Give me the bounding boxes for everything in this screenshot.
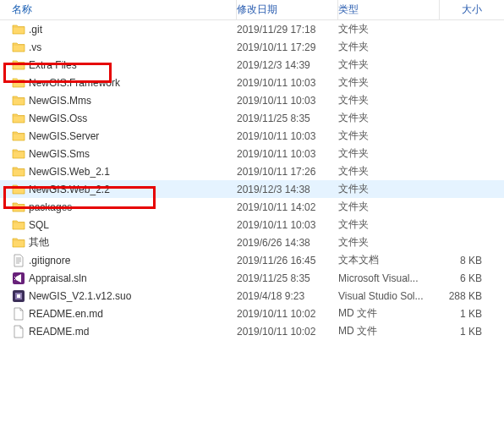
file-row[interactable]: .git2019/11/29 17:18文件夹 xyxy=(0,20,504,38)
file-icon xyxy=(12,307,25,321)
file-date-cell: 2019/6/26 14:38 xyxy=(237,237,338,249)
file-name-cell[interactable]: SQL xyxy=(12,218,237,232)
column-header-name[interactable]: 名称 xyxy=(12,0,237,19)
file-row[interactable]: NewGIS.Framework2019/10/11 10:03文件夹 xyxy=(0,74,504,91)
file-date-cell: 2019/11/29 17:18 xyxy=(237,24,338,36)
file-type-cell: 文件夹 xyxy=(338,40,440,54)
folder-icon xyxy=(12,236,25,250)
file-type-cell: 文本文档 xyxy=(338,253,440,267)
file-date-cell: 2019/10/11 10:03 xyxy=(237,77,338,89)
file-date-cell: 2019/10/11 17:29 xyxy=(237,41,338,53)
column-header-size[interactable]: 大小 xyxy=(440,0,490,19)
file-row[interactable]: NewGIS.Server2019/10/11 10:03文件夹 xyxy=(0,127,504,145)
file-name-cell[interactable]: packages xyxy=(12,201,237,214)
file-name-cell[interactable]: NewGIS.Web_2.2 xyxy=(12,183,237,196)
file-row[interactable]: NewGIS.Mms2019/10/11 10:03文件夹 xyxy=(0,91,504,109)
folder-icon xyxy=(12,58,25,72)
file-name-label: NewGIS.Sms xyxy=(29,148,90,160)
file-date-cell: 2019/12/3 14:39 xyxy=(237,59,338,71)
file-size-cell: 8 KB xyxy=(440,255,490,266)
file-name-cell[interactable]: README.en.md xyxy=(12,307,237,321)
suo-icon xyxy=(12,289,25,303)
file-row[interactable]: NewGIS.Web_2.22019/12/3 14:38文件夹 xyxy=(0,180,504,198)
file-name-label: .vs xyxy=(29,41,41,53)
file-name-cell[interactable]: 其他 xyxy=(12,235,237,250)
file-name-label: README.md xyxy=(29,326,89,338)
folder-icon xyxy=(12,41,25,54)
folder-icon xyxy=(12,218,25,232)
file-row[interactable]: NewGIS.Web_2.12019/10/11 17:26文件夹 xyxy=(0,162,504,180)
file-name-label: packages xyxy=(29,201,72,213)
file-row[interactable]: README.md2019/10/11 10:02MD 文件1 KB xyxy=(0,322,504,340)
file-row[interactable]: packages2019/10/11 14:02文件夹 xyxy=(0,198,504,216)
sln-icon xyxy=(12,272,25,285)
file-size-cell: 288 KB xyxy=(440,290,490,302)
file-row[interactable]: Extra Files2019/12/3 14:39文件夹 xyxy=(0,56,504,74)
file-name-cell[interactable]: .git xyxy=(12,23,237,36)
folder-icon xyxy=(12,112,25,125)
file-row[interactable]: NewGIS.Oss2019/11/25 8:35文件夹 xyxy=(0,109,504,127)
file-name-cell[interactable]: NewGIS.Framework xyxy=(12,76,237,90)
file-date-cell: 2019/10/11 10:02 xyxy=(237,326,338,338)
file-row[interactable]: .gitignore2019/11/26 16:45文本文档8 KB xyxy=(0,251,504,269)
file-type-cell: Visual Studio Sol... xyxy=(338,290,440,302)
folder-icon xyxy=(12,165,25,179)
file-name-label: NewGIS_V2.1.v12.suo xyxy=(29,290,131,302)
file-name-label: NewGIS.Framework xyxy=(29,77,120,89)
folder-icon xyxy=(12,76,25,90)
file-row[interactable]: NewGIS.Sms2019/10/11 10:03文件夹 xyxy=(0,145,504,162)
column-header-type[interactable]: 类型 xyxy=(338,0,440,19)
file-size-cell: 1 KB xyxy=(440,308,490,320)
file-date-cell: 2019/10/11 14:02 xyxy=(237,201,338,213)
file-type-cell: 文件夹 xyxy=(338,182,440,196)
file-date-cell: 2019/4/18 9:23 xyxy=(237,290,338,302)
file-type-cell: 文件夹 xyxy=(338,75,440,90)
file-name-label: NewGIS.Server xyxy=(29,130,99,142)
file-name-cell[interactable]: NewGIS.Web_2.1 xyxy=(12,165,237,179)
file-type-cell: MD 文件 xyxy=(338,324,440,338)
file-name-label: .gitignore xyxy=(29,255,70,266)
file-date-cell: 2019/11/26 16:45 xyxy=(237,255,338,266)
file-type-cell: MD 文件 xyxy=(338,306,440,321)
file-name-label: README.en.md xyxy=(29,308,103,320)
file-name-cell[interactable]: .vs xyxy=(12,41,237,54)
file-type-cell: 文件夹 xyxy=(338,146,440,161)
file-name-label: SQL xyxy=(29,219,49,231)
file-date-cell: 2019/11/25 8:35 xyxy=(237,113,338,124)
file-date-cell: 2019/10/11 17:26 xyxy=(237,166,338,178)
file-name-cell[interactable]: NewGIS.Server xyxy=(12,129,237,143)
file-size-cell: 1 KB xyxy=(440,326,490,338)
column-header-name-label: 名称 xyxy=(12,3,32,17)
file-name-cell[interactable]: NewGIS.Oss xyxy=(12,112,237,125)
file-name-label: NewGIS.Web_2.2 xyxy=(29,184,110,195)
file-row[interactable]: Appraisal.sln2019/11/25 8:35Microsoft Vi… xyxy=(0,269,504,287)
file-row[interactable]: SQL2019/10/11 10:03文件夹 xyxy=(0,216,504,233)
file-list: .git2019/11/29 17:18文件夹.vs2019/10/11 17:… xyxy=(0,20,504,340)
file-date-cell: 2019/10/11 10:03 xyxy=(237,130,338,142)
file-row[interactable]: .vs2019/10/11 17:29文件夹 xyxy=(0,38,504,56)
file-name-cell[interactable]: .gitignore xyxy=(12,254,237,267)
folder-icon xyxy=(12,129,25,143)
file-name-cell[interactable]: Extra Files xyxy=(12,58,237,72)
file-name-cell[interactable]: NewGIS.Mms xyxy=(12,94,237,107)
folder-icon xyxy=(12,201,25,214)
file-name-label: NewGIS.Web_2.1 xyxy=(29,166,110,178)
file-type-cell: 文件夹 xyxy=(338,93,440,107)
file-name-cell[interactable]: NewGIS.Sms xyxy=(12,147,237,161)
file-row[interactable]: README.en.md2019/10/11 10:02MD 文件1 KB xyxy=(0,305,504,322)
file-row[interactable]: NewGIS_V2.1.v12.suo2019/4/18 9:23Visual … xyxy=(0,287,504,305)
file-date-cell: 2019/10/11 10:03 xyxy=(237,219,338,231)
file-name-cell[interactable]: README.md xyxy=(12,325,237,338)
file-icon xyxy=(12,325,25,338)
file-name-cell[interactable]: Appraisal.sln xyxy=(12,272,237,285)
file-type-cell: 文件夹 xyxy=(338,22,440,36)
file-type-cell: Microsoft Visual... xyxy=(338,272,440,284)
folder-icon xyxy=(12,23,25,36)
file-row[interactable]: 其他2019/6/26 14:38文件夹 xyxy=(0,233,504,251)
column-header-date[interactable]: 修改日期 xyxy=(237,0,338,19)
file-name-cell[interactable]: NewGIS_V2.1.v12.suo xyxy=(12,289,237,303)
file-date-cell: 2019/10/11 10:03 xyxy=(237,95,338,107)
folder-icon xyxy=(12,94,25,107)
file-name-label: Appraisal.sln xyxy=(29,272,87,284)
folder-icon xyxy=(12,183,25,196)
